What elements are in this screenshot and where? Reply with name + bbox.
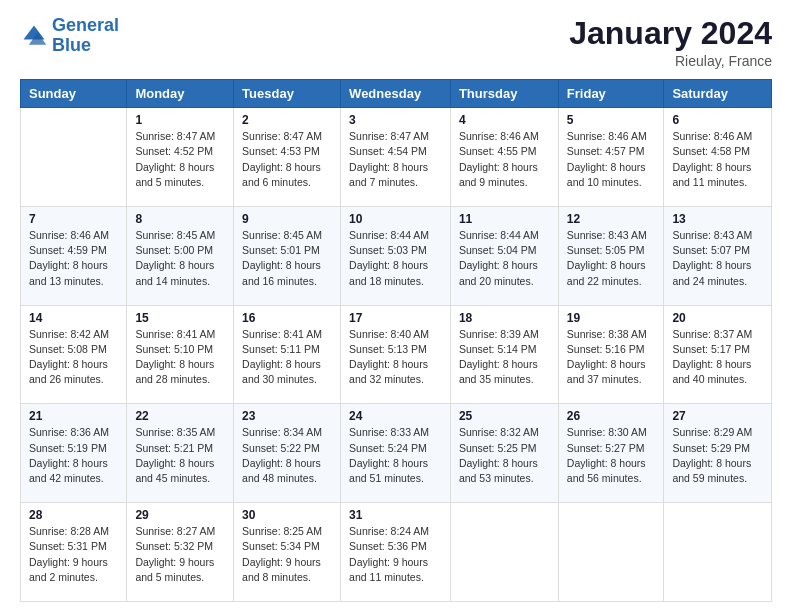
table-row: 3 Sunrise: 8:47 AMSunset: 4:54 PMDayligh… [341, 108, 451, 207]
table-row: 14 Sunrise: 8:42 AMSunset: 5:08 PMDaylig… [21, 305, 127, 404]
table-row [21, 108, 127, 207]
table-row: 25 Sunrise: 8:32 AMSunset: 5:25 PMDaylig… [450, 404, 558, 503]
day-info: Sunrise: 8:27 AMSunset: 5:32 PMDaylight:… [135, 524, 225, 585]
calendar-week-1: 1 Sunrise: 8:47 AMSunset: 4:52 PMDayligh… [21, 108, 772, 207]
logo: General Blue [20, 16, 119, 56]
day-info: Sunrise: 8:46 AMSunset: 4:59 PMDaylight:… [29, 228, 118, 289]
day-number: 11 [459, 212, 550, 226]
day-number: 9 [242, 212, 332, 226]
table-row: 1 Sunrise: 8:47 AMSunset: 4:52 PMDayligh… [127, 108, 234, 207]
day-info: Sunrise: 8:41 AMSunset: 5:10 PMDaylight:… [135, 327, 225, 388]
month-title: January 2024 [569, 16, 772, 51]
logo-icon [20, 22, 48, 50]
col-saturday: Saturday [664, 80, 772, 108]
location: Rieulay, France [569, 53, 772, 69]
day-number: 25 [459, 409, 550, 423]
day-number: 17 [349, 311, 442, 325]
day-info: Sunrise: 8:47 AMSunset: 4:54 PMDaylight:… [349, 129, 442, 190]
table-row: 12 Sunrise: 8:43 AMSunset: 5:05 PMDaylig… [558, 206, 664, 305]
day-number: 28 [29, 508, 118, 522]
day-number: 18 [459, 311, 550, 325]
day-number: 3 [349, 113, 442, 127]
day-number: 22 [135, 409, 225, 423]
table-row [558, 503, 664, 602]
day-number: 13 [672, 212, 763, 226]
day-info: Sunrise: 8:35 AMSunset: 5:21 PMDaylight:… [135, 425, 225, 486]
header: General Blue January 2024 Rieulay, Franc… [20, 16, 772, 69]
calendar-week-3: 14 Sunrise: 8:42 AMSunset: 5:08 PMDaylig… [21, 305, 772, 404]
table-row: 9 Sunrise: 8:45 AMSunset: 5:01 PMDayligh… [234, 206, 341, 305]
calendar-table: Sunday Monday Tuesday Wednesday Thursday… [20, 79, 772, 602]
day-info: Sunrise: 8:47 AMSunset: 4:53 PMDaylight:… [242, 129, 332, 190]
day-number: 2 [242, 113, 332, 127]
page: General Blue January 2024 Rieulay, Franc… [0, 0, 792, 612]
day-info: Sunrise: 8:40 AMSunset: 5:13 PMDaylight:… [349, 327, 442, 388]
day-info: Sunrise: 8:32 AMSunset: 5:25 PMDaylight:… [459, 425, 550, 486]
day-info: Sunrise: 8:45 AMSunset: 5:01 PMDaylight:… [242, 228, 332, 289]
table-row: 24 Sunrise: 8:33 AMSunset: 5:24 PMDaylig… [341, 404, 451, 503]
day-info: Sunrise: 8:24 AMSunset: 5:36 PMDaylight:… [349, 524, 442, 585]
day-number: 12 [567, 212, 656, 226]
day-info: Sunrise: 8:46 AMSunset: 4:58 PMDaylight:… [672, 129, 763, 190]
table-row: 10 Sunrise: 8:44 AMSunset: 5:03 PMDaylig… [341, 206, 451, 305]
day-info: Sunrise: 8:43 AMSunset: 5:05 PMDaylight:… [567, 228, 656, 289]
day-info: Sunrise: 8:30 AMSunset: 5:27 PMDaylight:… [567, 425, 656, 486]
day-number: 30 [242, 508, 332, 522]
day-info: Sunrise: 8:44 AMSunset: 5:03 PMDaylight:… [349, 228, 442, 289]
calendar-week-4: 21 Sunrise: 8:36 AMSunset: 5:19 PMDaylig… [21, 404, 772, 503]
table-row: 5 Sunrise: 8:46 AMSunset: 4:57 PMDayligh… [558, 108, 664, 207]
day-info: Sunrise: 8:36 AMSunset: 5:19 PMDaylight:… [29, 425, 118, 486]
table-row: 8 Sunrise: 8:45 AMSunset: 5:00 PMDayligh… [127, 206, 234, 305]
day-number: 8 [135, 212, 225, 226]
day-info: Sunrise: 8:42 AMSunset: 5:08 PMDaylight:… [29, 327, 118, 388]
table-row: 11 Sunrise: 8:44 AMSunset: 5:04 PMDaylig… [450, 206, 558, 305]
col-sunday: Sunday [21, 80, 127, 108]
day-number: 21 [29, 409, 118, 423]
table-row: 29 Sunrise: 8:27 AMSunset: 5:32 PMDaylig… [127, 503, 234, 602]
day-info: Sunrise: 8:46 AMSunset: 4:57 PMDaylight:… [567, 129, 656, 190]
day-number: 27 [672, 409, 763, 423]
calendar-week-5: 28 Sunrise: 8:28 AMSunset: 5:31 PMDaylig… [21, 503, 772, 602]
table-row: 21 Sunrise: 8:36 AMSunset: 5:19 PMDaylig… [21, 404, 127, 503]
table-row: 7 Sunrise: 8:46 AMSunset: 4:59 PMDayligh… [21, 206, 127, 305]
calendar-header-row: Sunday Monday Tuesday Wednesday Thursday… [21, 80, 772, 108]
day-number: 16 [242, 311, 332, 325]
day-info: Sunrise: 8:45 AMSunset: 5:00 PMDaylight:… [135, 228, 225, 289]
day-info: Sunrise: 8:25 AMSunset: 5:34 PMDaylight:… [242, 524, 332, 585]
day-info: Sunrise: 8:37 AMSunset: 5:17 PMDaylight:… [672, 327, 763, 388]
day-info: Sunrise: 8:41 AMSunset: 5:11 PMDaylight:… [242, 327, 332, 388]
day-number: 20 [672, 311, 763, 325]
day-number: 15 [135, 311, 225, 325]
day-number: 26 [567, 409, 656, 423]
day-info: Sunrise: 8:39 AMSunset: 5:14 PMDaylight:… [459, 327, 550, 388]
day-info: Sunrise: 8:44 AMSunset: 5:04 PMDaylight:… [459, 228, 550, 289]
day-number: 10 [349, 212, 442, 226]
table-row: 22 Sunrise: 8:35 AMSunset: 5:21 PMDaylig… [127, 404, 234, 503]
table-row: 18 Sunrise: 8:39 AMSunset: 5:14 PMDaylig… [450, 305, 558, 404]
table-row: 6 Sunrise: 8:46 AMSunset: 4:58 PMDayligh… [664, 108, 772, 207]
table-row: 20 Sunrise: 8:37 AMSunset: 5:17 PMDaylig… [664, 305, 772, 404]
day-number: 6 [672, 113, 763, 127]
day-number: 5 [567, 113, 656, 127]
table-row: 4 Sunrise: 8:46 AMSunset: 4:55 PMDayligh… [450, 108, 558, 207]
day-number: 1 [135, 113, 225, 127]
day-number: 29 [135, 508, 225, 522]
table-row: 2 Sunrise: 8:47 AMSunset: 4:53 PMDayligh… [234, 108, 341, 207]
day-number: 31 [349, 508, 442, 522]
day-info: Sunrise: 8:38 AMSunset: 5:16 PMDaylight:… [567, 327, 656, 388]
calendar-week-2: 7 Sunrise: 8:46 AMSunset: 4:59 PMDayligh… [21, 206, 772, 305]
day-info: Sunrise: 8:46 AMSunset: 4:55 PMDaylight:… [459, 129, 550, 190]
day-info: Sunrise: 8:47 AMSunset: 4:52 PMDaylight:… [135, 129, 225, 190]
col-monday: Monday [127, 80, 234, 108]
table-row: 16 Sunrise: 8:41 AMSunset: 5:11 PMDaylig… [234, 305, 341, 404]
day-number: 4 [459, 113, 550, 127]
day-info: Sunrise: 8:34 AMSunset: 5:22 PMDaylight:… [242, 425, 332, 486]
col-thursday: Thursday [450, 80, 558, 108]
day-number: 23 [242, 409, 332, 423]
col-tuesday: Tuesday [234, 80, 341, 108]
table-row: 23 Sunrise: 8:34 AMSunset: 5:22 PMDaylig… [234, 404, 341, 503]
day-number: 24 [349, 409, 442, 423]
table-row: 13 Sunrise: 8:43 AMSunset: 5:07 PMDaylig… [664, 206, 772, 305]
col-friday: Friday [558, 80, 664, 108]
table-row: 31 Sunrise: 8:24 AMSunset: 5:36 PMDaylig… [341, 503, 451, 602]
